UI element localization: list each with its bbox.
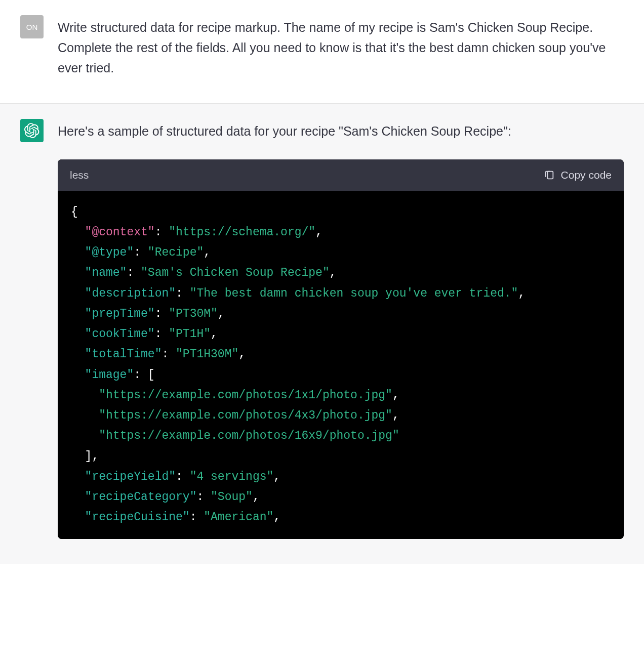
assistant-message-row: Here's a sample of structured data for y… — [0, 104, 644, 564]
code-block: less Copy code { "@context": "https://sc… — [58, 159, 624, 539]
openai-logo-icon — [24, 123, 39, 138]
user-avatar: ON — [20, 15, 44, 38]
assistant-message-text: Here's a sample of structured data for y… — [58, 121, 624, 141]
clipboard-icon — [544, 170, 555, 181]
svg-rect-0 — [547, 171, 553, 179]
user-avatar-label: ON — [26, 23, 38, 31]
user-message-row: ON Write structured data for recipe mark… — [0, 0, 644, 104]
code-language-label: less — [70, 166, 89, 184]
assistant-avatar — [20, 119, 44, 142]
copy-code-button[interactable]: Copy code — [544, 166, 612, 184]
copy-code-label: Copy code — [561, 166, 612, 184]
code-block-header: less Copy code — [58, 159, 624, 191]
code-body[interactable]: { "@context": "https://schema.org/", "@t… — [58, 191, 624, 539]
assistant-message-content: Here's a sample of structured data for y… — [58, 119, 624, 539]
user-message-text: Write structured data for recipe markup.… — [58, 15, 624, 78]
